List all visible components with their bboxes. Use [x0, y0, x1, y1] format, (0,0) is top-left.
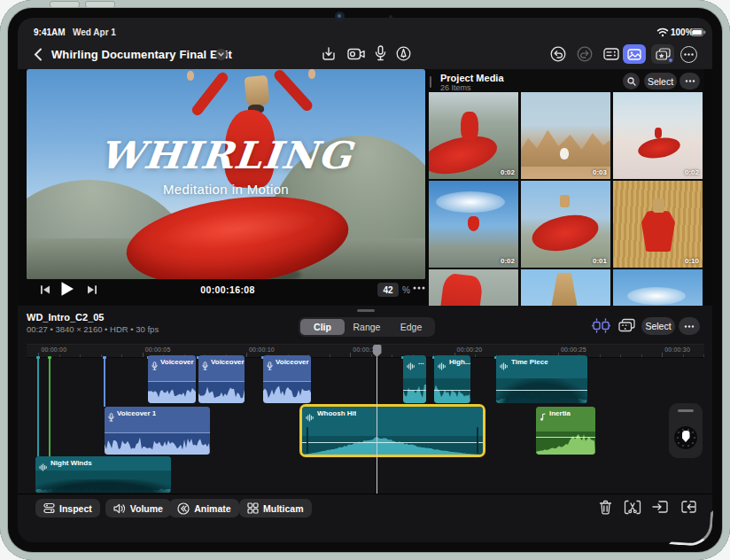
media-thumbnail[interactable]: 0:01 — [521, 181, 610, 268]
project-media-panel: Project Media 26 Items Select 0:020:030:… — [428, 69, 704, 306]
panel-resize-handle[interactable] — [430, 76, 431, 88]
search-icon[interactable] — [623, 73, 640, 89]
undo-icon[interactable] — [550, 46, 566, 62]
media-thumbnail[interactable] — [521, 269, 610, 306]
timeline-clip--[interactable]: ... — [403, 355, 426, 403]
thumb-figure-2 — [468, 216, 479, 231]
clip-header: Inertia — [536, 407, 595, 432]
timeline-clip-voiceover-1[interactable]: Voiceover 1 — [105, 407, 210, 455]
connect-clip-icon[interactable] — [618, 318, 636, 332]
media-thumbnail[interactable] — [613, 269, 703, 306]
clip-separator-line — [198, 381, 245, 382]
clip-header: Voiceover 2 — [148, 355, 196, 381]
timeline-clip-inertia[interactable]: Inertia — [536, 407, 595, 455]
timeline-clip-high-[interactable]: High... — [434, 355, 470, 403]
animate-button[interactable]: Animate — [169, 499, 238, 517]
segment-range[interactable]: Range — [345, 319, 389, 335]
title-chevron-down-icon[interactable] — [215, 49, 227, 60]
play-button[interactable] — [60, 281, 74, 297]
volume-button-down — [85, 1, 115, 8]
ruler-label: 00:00:00 — [41, 346, 66, 353]
stickers-icon[interactable] — [651, 44, 674, 64]
ruler-tick — [246, 353, 247, 357]
clip-label: Time Piece — [511, 358, 548, 366]
thumbnail-duration: 0:03 — [593, 168, 607, 176]
insert-clip-icon[interactable] — [652, 500, 669, 514]
skip-forward-icon[interactable] — [87, 284, 97, 295]
ruler-tick — [475, 354, 476, 357]
clip-header: Whoosh Hit — [302, 407, 483, 436]
camera-icon[interactable] — [347, 48, 366, 60]
multicam-button[interactable]: Multicam — [239, 499, 312, 517]
jog-tick — [692, 442, 694, 444]
video-viewer[interactable]: WHIRLING Meditation in Motion — [27, 69, 425, 279]
clip-header: Voiceover 3 — [263, 355, 311, 381]
thumb-figure — [521, 126, 610, 167]
thumb-figure — [627, 287, 686, 305]
thumbnail-duration: 0:01 — [593, 257, 607, 265]
media-more-icon[interactable] — [680, 73, 700, 89]
magnetic-timeline-icon[interactable] — [592, 318, 610, 333]
timeline-clip-night-winds[interactable]: Night Winds — [35, 456, 171, 493]
inspect-button[interactable]: Inspect — [35, 499, 100, 517]
clip-header: High... — [434, 355, 470, 378]
wave-icon — [438, 358, 447, 374]
timeline-clip-whoosh-hit[interactable]: Whoosh Hit — [302, 407, 483, 455]
back-button[interactable] — [34, 48, 43, 61]
timeline-clip-voiceover-2[interactable]: Voiceover 2 — [148, 355, 196, 403]
media-thumbnail[interactable]: 0:10 — [613, 181, 703, 268]
browser-icon[interactable] — [603, 48, 619, 60]
media-thumbnail[interactable]: 0:03 — [521, 92, 610, 179]
trim-handle-left[interactable] — [307, 427, 308, 454]
volume-button-up — [50, 1, 80, 8]
thumb-figure — [636, 135, 681, 161]
clip-label: ... — [418, 358, 424, 366]
blade-cut-icon[interactable] — [624, 500, 641, 515]
timeline-clip-time-piece[interactable]: Time Piece — [496, 355, 587, 403]
timeline-more-icon[interactable] — [679, 317, 700, 335]
ruler-tick — [371, 354, 372, 357]
media-thumbnail[interactable]: 0:02 — [613, 92, 703, 179]
skip-back-icon[interactable] — [40, 284, 50, 295]
media-thumbnail[interactable] — [429, 269, 518, 306]
redo-icon[interactable] — [577, 46, 593, 62]
timeline-clip-voiceover-2[interactable]: Voiceover 2 — [198, 355, 245, 403]
timeline-clip-voiceover-3[interactable]: Voiceover 3 — [263, 355, 311, 403]
ruler-tick — [662, 353, 663, 357]
clip-header: Night Winds — [35, 456, 171, 471]
import-icon[interactable] — [322, 46, 336, 61]
timeline-ruler[interactable]: 00:00:0000:00:0500:00:1000:00:1500:00:20… — [27, 344, 704, 358]
jog-tick — [678, 432, 680, 433]
more-icon[interactable] — [680, 46, 697, 63]
trim-handle-right[interactable] — [477, 427, 478, 454]
timeline-drag-handle[interactable] — [357, 309, 375, 312]
trash-icon[interactable] — [599, 500, 612, 515]
jog-wheel[interactable] — [669, 403, 703, 458]
timecode-display[interactable]: 00:00:16:08 — [200, 281, 255, 298]
microphone-icon[interactable] — [375, 45, 386, 61]
ruler-label: 00:00:05 — [145, 346, 171, 353]
project-title[interactable]: Whirling Documentary Final Edit — [51, 48, 232, 61]
media-thumbnail[interactable]: 0:02 — [429, 92, 518, 179]
segment-clip[interactable]: Clip — [300, 319, 345, 335]
draw-pencil-icon[interactable] — [396, 46, 411, 61]
media-thumbnail[interactable]: 0:02 — [429, 181, 518, 268]
clip-header: Time Piece — [496, 355, 587, 378]
viewer-more-icon[interactable] — [413, 286, 425, 290]
segment-edge[interactable]: Edge — [389, 319, 433, 335]
zoom-level-value[interactable]: 42 — [377, 283, 399, 297]
media-select-button[interactable]: Select — [644, 73, 677, 89]
timeline-select-button[interactable]: Select — [641, 317, 675, 335]
thumb-figure-2 — [655, 128, 662, 138]
dock-button-label: Inspect — [59, 503, 92, 514]
clip-header: Voiceover 2 — [198, 355, 245, 381]
viewer-title-overlay: WHIRLING — [27, 134, 425, 177]
media-browser-icon[interactable] — [623, 44, 646, 64]
volume-button[interactable]: Volume — [105, 499, 171, 517]
wifi-icon — [656, 27, 669, 37]
note-icon — [540, 409, 547, 425]
thumb-figure-2 — [560, 195, 570, 207]
dock-button-label: Animate — [194, 503, 230, 514]
jog-dial[interactable] — [674, 426, 697, 449]
volume-line — [403, 390, 426, 391]
